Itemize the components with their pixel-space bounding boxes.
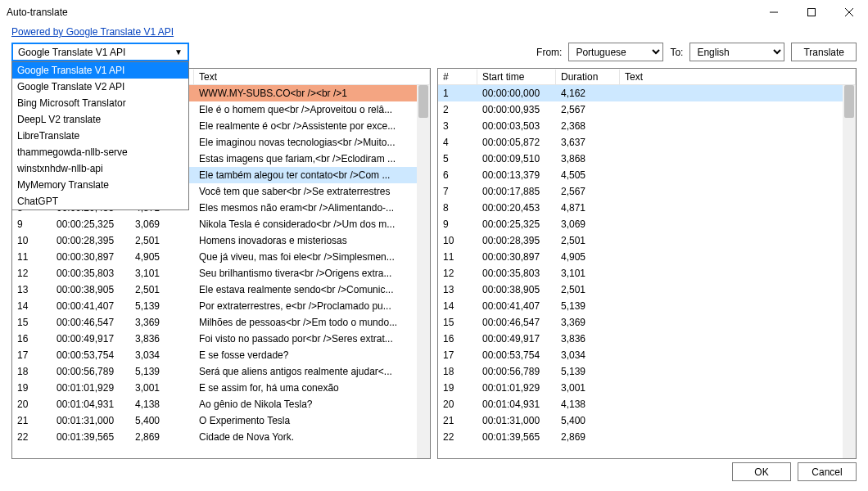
table-row[interactable]: 100:00:00,0004,162	[438, 85, 856, 101]
col-text[interactable]: Text	[620, 70, 856, 84]
from-label: From:	[536, 47, 562, 58]
table-row[interactable]: 500:00:09,5103,868	[438, 151, 856, 167]
table-row[interactable]: 1800:00:56,7895,139Será que aliens antig…	[12, 363, 430, 380]
table-row[interactable]: 900:00:25,3253,069Nikola Tesla é conside…	[12, 216, 430, 232]
table-row[interactable]: 1700:00:53,7543,034E se fosse verdade?	[12, 347, 430, 363]
api-select[interactable]: Google Translate V1 API ▼ Google Transla…	[11, 43, 189, 61]
api-option[interactable]: LibreTranslate	[12, 128, 188, 144]
table-row[interactable]: 600:00:13,3794,505	[438, 167, 856, 183]
window-buttons	[755, 0, 868, 25]
table-row[interactable]: 1900:01:01,9293,001	[438, 380, 856, 396]
table-row[interactable]: 200:00:00,9352,567	[438, 101, 856, 118]
table-row[interactable]: 1100:00:30,8974,905	[438, 249, 856, 265]
api-dropdown: Google Translate V1 APIGoogle Translate …	[11, 61, 189, 210]
titlebar: Auto-translate	[0, 0, 868, 25]
to-label: To:	[670, 47, 683, 58]
table-row[interactable]: 1300:00:38,9052,501Ele estava realmente …	[12, 282, 430, 298]
table-row[interactable]: 2200:01:39,5652,869Cidade de Nova York.	[12, 429, 430, 445]
target-body[interactable]: 100:00:00,0004,162200:00:00,9352,567300:…	[438, 85, 856, 458]
cancel-button[interactable]: Cancel	[798, 462, 857, 481]
minimize-button[interactable]	[755, 0, 793, 25]
table-row[interactable]: 1200:00:35,8033,101	[438, 265, 856, 282]
table-row[interactable]: 2100:01:31,0005,400O Experimento Tesla	[12, 412, 430, 429]
from-language-select[interactable]: Portuguese	[568, 43, 663, 61]
api-option[interactable]: winstxnhdw-nllb-api	[12, 160, 188, 177]
api-option[interactable]: MyMemory Translate	[12, 177, 188, 193]
close-button[interactable]	[830, 0, 868, 25]
ok-button[interactable]: OK	[732, 462, 791, 481]
target-header: # Start time Duration Text	[438, 69, 856, 85]
table-row[interactable]: 800:00:20,4534,871	[438, 200, 856, 216]
table-row[interactable]: 400:00:05,8723,637	[438, 134, 856, 151]
table-row[interactable]: 2100:01:31,0005,400	[438, 412, 856, 429]
translate-button[interactable]: Translate	[791, 43, 857, 61]
target-pane: # Start time Duration Text 100:00:00,000…	[437, 68, 857, 459]
chevron-down-icon: ▼	[174, 47, 183, 56]
table-row[interactable]: 1400:00:41,4075,139	[438, 298, 856, 314]
table-row[interactable]: 1000:00:28,3952,501	[438, 232, 856, 249]
target-scrollbar[interactable]	[843, 85, 856, 458]
col-dur[interactable]: Duration	[556, 70, 620, 84]
api-option[interactable]: DeepL V2 translate	[12, 111, 188, 128]
col-text[interactable]: Text	[194, 70, 430, 84]
table-row[interactable]: 1300:00:38,9052,501	[438, 282, 856, 298]
table-row[interactable]: 1500:00:46,5473,369	[438, 314, 856, 331]
table-row[interactable]: 2000:01:04,9314,138	[438, 396, 856, 412]
svg-rect-1	[808, 9, 816, 16]
col-start[interactable]: Start time	[477, 70, 556, 84]
col-num[interactable]: #	[438, 70, 477, 84]
to-language-select[interactable]: English	[689, 43, 784, 61]
source-scrollbar[interactable]	[417, 85, 430, 458]
table-row[interactable]: 1200:00:35,8033,101Seu brilhantismo tive…	[12, 265, 430, 282]
table-row[interactable]: 1900:01:01,9293,001E se assim for, há um…	[12, 380, 430, 396]
footer: OK Cancel	[732, 462, 857, 481]
table-row[interactable]: 900:00:25,3253,069	[438, 216, 856, 232]
table-row[interactable]: 1600:00:49,9173,836	[438, 331, 856, 347]
powered-by-link[interactable]: Powered by Google Translate V1 API	[11, 26, 174, 38]
window-title: Auto-translate	[7, 7, 755, 18]
table-row[interactable]: 1800:00:56,7895,139	[438, 363, 856, 380]
table-row[interactable]: 1600:00:49,9173,836Foi visto no passado …	[12, 331, 430, 347]
maximize-button[interactable]	[793, 0, 830, 25]
table-row[interactable]: 700:00:17,8852,567	[438, 183, 856, 200]
api-option[interactable]: Google Translate V1 API	[12, 62, 188, 79]
controls-row: Google Translate V1 API ▼ Google Transla…	[0, 43, 868, 68]
table-row[interactable]: 1100:00:30,8974,905Que já viveu, mas foi…	[12, 249, 430, 265]
api-option[interactable]: Bing Microsoft Translator	[12, 95, 188, 111]
table-row[interactable]: 1500:00:46,5473,369Milhões de pessoas<br…	[12, 314, 430, 331]
table-row[interactable]: 2200:01:39,5652,869	[438, 429, 856, 445]
api-option[interactable]: thammegowda-nllb-serve	[12, 144, 188, 160]
api-option[interactable]: Google Translate V2 API	[12, 79, 188, 95]
table-row[interactable]: 300:00:03,5032,368	[438, 118, 856, 134]
powered-link-row: Powered by Google Translate V1 API	[0, 25, 868, 43]
table-row[interactable]: 1700:00:53,7543,034	[438, 347, 856, 363]
api-select-value: Google Translate V1 API	[18, 47, 125, 58]
table-row[interactable]: 2000:01:04,9314,138Ao gênio de Nikola Te…	[12, 396, 430, 412]
table-row[interactable]: 1400:00:41,4075,139Por extraterrestres, …	[12, 298, 430, 314]
api-option[interactable]: ChatGPT	[12, 193, 188, 209]
table-row[interactable]: 1000:00:28,3952,501Homens inovadoras e m…	[12, 232, 430, 249]
